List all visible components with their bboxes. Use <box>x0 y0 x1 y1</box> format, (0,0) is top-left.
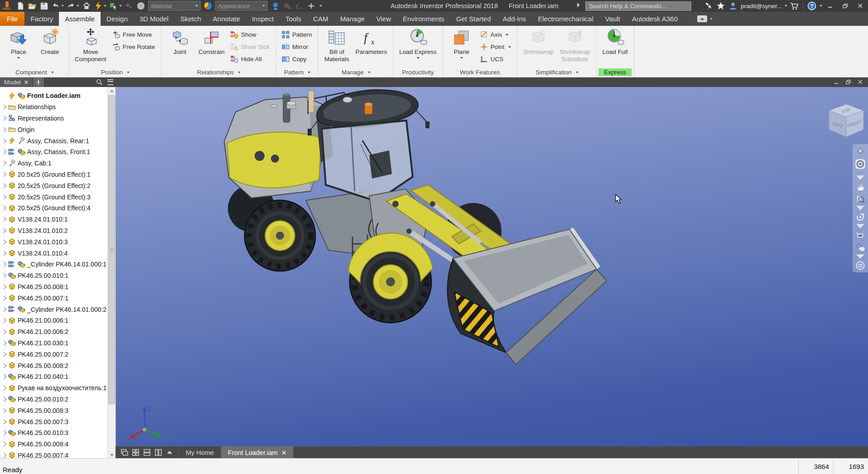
material-browser-button[interactable] <box>135 0 147 11</box>
joint-button[interactable]: Joint <box>165 27 195 57</box>
plus-button[interactable] <box>305 0 317 11</box>
expand-chevron-icon[interactable] <box>1 385 6 390</box>
expand-chevron-icon[interactable] <box>1 453 6 458</box>
tree-item[interactable]: 20.5x25 (Ground Effect):4 <box>0 203 108 214</box>
expand-chevron-icon[interactable] <box>1 127 6 132</box>
chevron-down-icon[interactable] <box>417 57 420 59</box>
expand-chevron-icon[interactable] <box>1 397 6 401</box>
home-button[interactable] <box>81 0 92 11</box>
tree-item[interactable]: PK46.25.00.007:4 <box>0 450 108 459</box>
expand-chevron-icon[interactable] <box>1 340 6 345</box>
hide-all-button[interactable]: Hide All <box>228 53 272 65</box>
place-button[interactable]: Place <box>4 27 34 60</box>
save-button[interactable] <box>38 0 50 11</box>
tree-item[interactable]: 20.5x25 (Ground Effect):2 <box>0 180 108 191</box>
ribbon-group-label[interactable]: Position <box>69 68 161 77</box>
tile-vertical-icon[interactable] <box>154 448 163 457</box>
plane-button[interactable]: Plane <box>447 27 477 60</box>
ribbon-display-toggle[interactable] <box>694 12 715 26</box>
load-express-button[interactable]: Load Express <box>397 27 439 60</box>
tree-item[interactable]: PK46.25.00.010:2 <box>0 394 108 405</box>
tree-item[interactable]: V138.24.01.010:3 <box>0 236 108 247</box>
ribbon-tab-cam[interactable]: CAM <box>307 12 334 26</box>
expand-chevron-icon[interactable] <box>1 295 6 300</box>
tree-item[interactable]: PK46.25.00.007:1 <box>0 292 108 304</box>
ribbon-tab-manage[interactable]: Manage <box>334 12 371 26</box>
chevron-down-icon[interactable] <box>61 5 64 7</box>
splitter-grip-icon[interactable] <box>110 248 113 252</box>
expand-chevron-icon[interactable] <box>1 408 6 413</box>
chevron-down-icon[interactable] <box>820 5 822 7</box>
caret-icon[interactable] <box>855 176 865 179</box>
chevron-down-icon[interactable] <box>104 5 106 7</box>
close-icon[interactable] <box>24 80 28 84</box>
measure-button[interactable] <box>123 0 135 11</box>
ribbon-tab-electromechanical[interactable]: Electromechanical <box>532 12 599 26</box>
show-button[interactable]: Show <box>228 29 272 41</box>
chevron-down-icon[interactable] <box>576 72 579 73</box>
expand-chevron-icon[interactable] <box>1 206 6 211</box>
caret-icon[interactable] <box>855 206 865 210</box>
tree-item[interactable]: Relationships <box>0 102 108 113</box>
tree-item[interactable]: PK46.21.00.006:1 <box>0 315 108 326</box>
copy-button[interactable]: Copy <box>280 53 314 65</box>
caret-icon[interactable] <box>855 224 865 228</box>
expand-chevron-icon[interactable] <box>1 105 6 110</box>
tree-item[interactable]: 20.5x25 (Ground Effect):3 <box>0 191 108 203</box>
scroll-down-arrow-icon[interactable] <box>108 451 116 459</box>
chevron-down-icon[interactable] <box>368 72 371 73</box>
tree-item[interactable]: _Cylinder PK46.14.01.000:1 <box>0 259 108 270</box>
look-at-icon[interactable] <box>855 230 865 240</box>
expand-chevron-icon[interactable] <box>1 352 6 357</box>
qat-overflow-chevron-icon[interactable] <box>577 3 580 7</box>
ribbon-tab-view[interactable]: View <box>371 12 397 26</box>
expand-chevron-icon[interactable] <box>1 430 6 435</box>
scrollbar-thumb[interactable] <box>108 95 115 404</box>
chevron-down-icon[interactable] <box>785 5 787 7</box>
expand-chevron-icon[interactable] <box>1 419 6 424</box>
ribbon-group-label[interactable]: Express <box>597 68 634 77</box>
pattern-button[interactable]: Pattern <box>280 29 314 41</box>
tree-item[interactable]: _Cylinder PK46.14.01.000:2 <box>0 304 108 315</box>
expand-chevron-icon[interactable] <box>1 262 6 267</box>
document-tab-my-home[interactable]: My Home <box>179 446 221 459</box>
expand-chevron-icon[interactable] <box>1 329 6 334</box>
pan-icon[interactable] <box>855 182 865 192</box>
tree-item[interactable]: V138.24.01.010:1 <box>0 214 108 225</box>
tree-item[interactable]: Front Loader.iam <box>0 90 108 102</box>
window-close-button[interactable] <box>854 0 867 12</box>
browser-menu-icon[interactable] <box>105 77 116 87</box>
ribbon-tab-add-ins[interactable]: Add-Ins <box>497 12 532 26</box>
expand-chevron-icon[interactable] <box>1 194 6 199</box>
select-component-button[interactable] <box>108 0 123 11</box>
tree-item[interactable]: Representations <box>0 113 108 124</box>
expand-chevron-icon[interactable] <box>1 307 6 312</box>
bill-of-materials-button[interactable]: Bill ofMaterials <box>322 27 352 64</box>
signed-in-user[interactable]: pradit@syner... <box>741 3 782 10</box>
ribbon-group-label[interactable]: Relationships <box>161 68 275 77</box>
ribbon-tab-get-started[interactable]: Get Started <box>450 12 497 26</box>
document-tab-front-loader-iam[interactable]: Front Loader.iam <box>221 446 294 459</box>
ribbon-tab-3d-model[interactable]: 3D Model <box>134 12 174 26</box>
expand-chevron-icon[interactable] <box>1 363 6 368</box>
move-component-button[interactable]: MoveComponent <box>72 27 109 64</box>
chevron-down-icon[interactable] <box>506 34 508 36</box>
tree-item[interactable]: Рукав на воздухоочиститель:1 <box>0 382 108 394</box>
tree-item[interactable]: V138.24.01.010:2 <box>0 225 108 237</box>
browser-tab-model[interactable]: Model <box>0 77 32 87</box>
open-button[interactable] <box>26 0 38 11</box>
inventor-logo-icon[interactable]: PRO <box>0 0 14 12</box>
chevron-down-icon[interactable] <box>77 5 79 7</box>
ribbon-group-label[interactable]: Productivity <box>393 68 443 77</box>
browser-add-tab-button[interactable] <box>33 77 44 87</box>
create-button[interactable]: Create <box>35 27 65 57</box>
view-cube[interactable]: TOP LEFT FRONT <box>825 101 867 142</box>
help-icon[interactable]: ? <box>806 0 817 11</box>
ribbon-tab-tools[interactable]: Tools <box>280 12 307 26</box>
constrain-button[interactable]: Constrain <box>196 27 227 57</box>
tree-item[interactable]: Assy, Chassis, Front:1 <box>0 146 108 158</box>
expand-chevron-icon[interactable] <box>1 183 6 188</box>
free-move-button[interactable]: Free Move <box>110 29 157 41</box>
tree-item[interactable]: PK46.25.00.008:3 <box>0 405 108 416</box>
adjust-appearance-button[interactable] <box>270 0 282 11</box>
